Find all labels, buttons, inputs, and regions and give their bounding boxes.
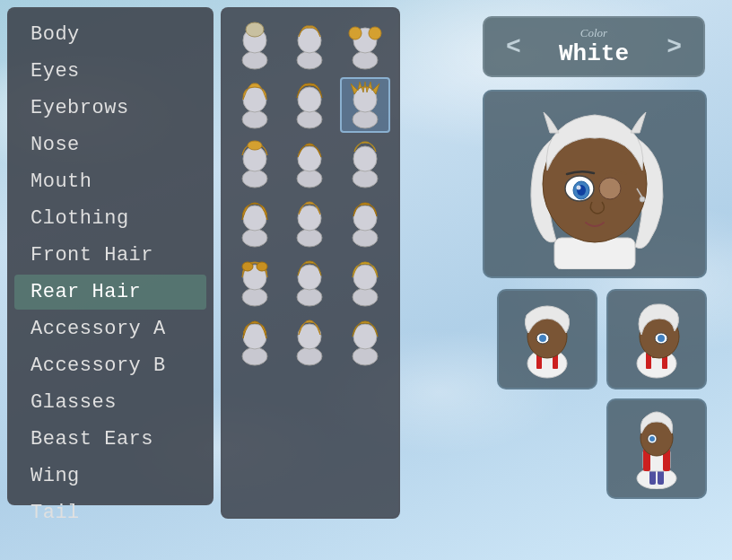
color-main-label: White	[559, 40, 629, 67]
sidebar-item-mouth[interactable]: Mouth	[14, 164, 206, 199]
sidebar-item-glasses[interactable]: Glasses	[14, 385, 206, 420]
svg-point-0	[242, 51, 267, 69]
svg-point-3	[297, 51, 322, 69]
svg-point-31	[257, 262, 267, 271]
svg-point-13	[353, 110, 378, 128]
svg-point-32	[297, 288, 322, 306]
hair-option-18[interactable]	[340, 314, 390, 370]
sidebar-item-eyebrows[interactable]: Eyebrows	[14, 91, 206, 126]
svg-point-15	[242, 170, 267, 188]
hair-option-16[interactable]	[230, 314, 280, 370]
hair-option-3[interactable]	[340, 18, 390, 74]
hair-option-8[interactable]	[284, 136, 335, 192]
sidebar-item-clothing[interactable]: Clothing	[14, 201, 206, 236]
hair-option-5[interactable]	[284, 77, 335, 133]
svg-point-7	[349, 27, 362, 39]
hair-option-14[interactable]	[284, 255, 335, 311]
svg-point-27	[353, 206, 377, 231]
sidebar-item-eyes[interactable]: Eyes	[14, 54, 206, 89]
sidebar-item-beast-ears[interactable]: Beast Ears	[14, 422, 206, 457]
svg-point-28	[242, 288, 267, 306]
hair-grid-panel	[221, 7, 400, 519]
hair-option-15[interactable]	[340, 255, 390, 311]
color-left-arrow[interactable]: <	[499, 30, 528, 65]
hair-option-6[interactable]	[340, 77, 390, 133]
preview-small-3[interactable]	[606, 398, 707, 499]
svg-point-48	[599, 178, 621, 199]
hair-option-7[interactable]	[230, 136, 280, 192]
preview-small-2[interactable]	[606, 289, 707, 389]
color-sub-label: Color	[580, 26, 607, 40]
svg-point-12	[298, 87, 321, 112]
svg-point-33	[298, 265, 321, 290]
svg-point-40	[353, 347, 378, 365]
sidebar-item-nose[interactable]: Nose	[14, 127, 206, 162]
hair-option-1[interactable]	[230, 18, 280, 74]
svg-point-2	[246, 22, 264, 37]
svg-point-30	[242, 262, 253, 271]
svg-point-22	[242, 229, 267, 247]
color-selector: < Color White >	[483, 16, 705, 77]
svg-point-67	[658, 335, 665, 342]
sidebar-item-tail[interactable]: Tail	[14, 495, 206, 530]
svg-point-8	[369, 27, 381, 39]
svg-point-41	[353, 324, 377, 349]
svg-point-51	[577, 186, 581, 190]
svg-point-36	[242, 347, 267, 365]
svg-point-35	[353, 265, 377, 290]
hair-option-4[interactable]	[230, 77, 280, 133]
svg-point-24	[297, 229, 322, 247]
svg-point-38	[297, 347, 322, 365]
sidebar-item-accessory-a[interactable]: Accessory A	[14, 311, 206, 346]
preview-small-row	[497, 289, 707, 389]
hair-option-9[interactable]	[340, 136, 390, 192]
hair-option-17[interactable]	[284, 314, 335, 370]
preview-small-1[interactable]	[497, 289, 597, 389]
character-preview-main	[483, 90, 707, 278]
svg-point-34	[353, 288, 378, 306]
svg-point-11	[297, 110, 322, 128]
svg-point-9	[242, 110, 267, 128]
svg-point-76	[649, 436, 655, 442]
sidebar-item-body[interactable]: Body	[14, 17, 206, 52]
hair-option-11[interactable]	[284, 196, 335, 251]
sidebar-item-wing[interactable]: Wing	[14, 459, 206, 494]
hair-option-10[interactable]	[230, 196, 280, 251]
svg-point-26	[353, 229, 378, 247]
svg-point-53	[640, 197, 645, 202]
sidebar-item-accessory-b[interactable]: Accessory B	[14, 348, 206, 383]
sidebar-item-front-hair[interactable]: Front Hair	[14, 238, 206, 273]
svg-point-17	[248, 141, 262, 150]
sidebar: Body Eyes Eyebrows Nose Mouth Clothing F…	[7, 7, 214, 505]
svg-point-21	[353, 146, 377, 171]
sidebar-item-rear-hair[interactable]: Rear Hair	[14, 275, 206, 310]
hair-option-12[interactable]	[340, 196, 390, 251]
svg-point-20	[353, 170, 378, 188]
svg-point-60	[539, 335, 546, 342]
color-right-arrow[interactable]: >	[659, 30, 689, 65]
svg-point-18	[297, 170, 322, 188]
hair-option-13[interactable]	[230, 255, 280, 311]
hair-option-2[interactable]	[284, 18, 335, 74]
svg-point-5	[353, 51, 378, 69]
color-label-group: Color White	[528, 26, 659, 67]
